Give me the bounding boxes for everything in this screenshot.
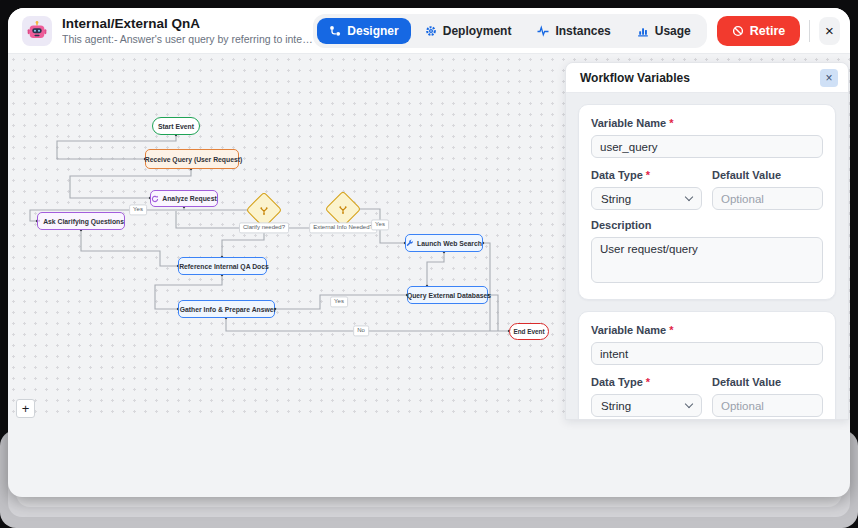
- node-ask-clarifying[interactable]: ? Ask Clarifying Questions: [37, 212, 125, 230]
- gateway-label-external: External Info Needed?: [309, 222, 377, 233]
- tab-label: Designer: [347, 24, 398, 38]
- node-launch-web-search[interactable]: Launch Web Search: [405, 234, 483, 252]
- tab-label: Instances: [555, 24, 610, 38]
- required-asterisk: *: [646, 169, 650, 181]
- tab-label: Usage: [655, 24, 691, 38]
- node-label: Ask Clarifying Questions: [43, 218, 124, 225]
- selected-type: String: [601, 400, 631, 412]
- zoom-in-button[interactable]: +: [16, 399, 35, 418]
- variable-name-input[interactable]: [591, 342, 823, 365]
- node-reference-internal-docs[interactable]: Reference Internal QA Docs: [178, 257, 267, 275]
- agent-description: This agent:- Answer's user query by refe…: [62, 33, 313, 45]
- designer-nodes-icon: [329, 25, 341, 37]
- data-type-label: Data Type *: [591, 376, 702, 388]
- content-area: Start Event Receive Query (User Request)…: [8, 54, 850, 497]
- panel-title: Workflow Variables: [580, 71, 690, 85]
- data-type-label: Data Type *: [591, 169, 702, 181]
- tab-label: Deployment: [443, 24, 512, 38]
- tab-usage[interactable]: Usage: [625, 18, 703, 44]
- node-label: Query External Databases: [407, 292, 491, 299]
- panel-close-button[interactable]: ×: [820, 69, 838, 87]
- tab-instances[interactable]: Instances: [525, 18, 622, 44]
- retire-button[interactable]: Retire: [717, 16, 800, 46]
- description-textarea[interactable]: User request/query: [591, 237, 823, 283]
- close-window-button[interactable]: ×: [819, 17, 840, 45]
- close-icon: ×: [825, 22, 834, 39]
- branch-icon: [260, 206, 269, 215]
- node-receive-query[interactable]: Receive Query (User Request): [145, 149, 239, 169]
- node-label: Receive Query (User Request): [145, 156, 242, 163]
- default-value-label: Default Value: [712, 169, 823, 181]
- robot-icon: [26, 20, 48, 42]
- agent-avatar: [22, 16, 52, 46]
- workflow-variables-panel: Workflow Variables × Variable Name *: [565, 62, 849, 420]
- plus-icon: +: [22, 401, 30, 416]
- edge-label-yes: Yes: [330, 296, 348, 307]
- bar-chart-icon: [637, 25, 649, 37]
- edge-label-yes: Yes: [129, 204, 147, 215]
- node-gather-info[interactable]: Gather Info & Prepare Answer: [178, 300, 275, 318]
- prohibit-icon: [732, 25, 744, 37]
- node-label: Gather Info & Prepare Answer: [180, 306, 276, 313]
- gear-icon: [425, 25, 437, 37]
- node-label: Reference Internal QA Docs: [179, 263, 269, 270]
- required-asterisk: *: [669, 324, 673, 336]
- node-analyze-request[interactable]: Analyze Request: [150, 190, 218, 207]
- wrench-icon: [406, 239, 414, 247]
- header-divider: [809, 20, 810, 42]
- svg-text:?: ?: [39, 220, 40, 221]
- tab-designer[interactable]: Designer: [317, 18, 410, 44]
- required-asterisk: *: [646, 376, 650, 388]
- tab-bar: Designer Deployment Instances: [313, 14, 706, 48]
- variable-card: Variable Name * Data Type * String: [578, 311, 836, 420]
- variable-name-label: Variable Name *: [591, 117, 823, 129]
- data-type-select[interactable]: String: [591, 187, 702, 210]
- chevron-down-icon: [685, 193, 693, 201]
- node-label: Launch Web Search: [417, 240, 482, 247]
- app-window: Internal/External QnA This agent:- Answe…: [8, 8, 850, 497]
- refresh-icon: [151, 195, 159, 203]
- variable-card: Variable Name * Data Type * String: [578, 104, 836, 300]
- node-end-event[interactable]: End Event: [509, 323, 549, 340]
- gateway-label-clarify: Clarify needed?: [239, 222, 289, 233]
- page-title: Internal/External QnA: [62, 16, 313, 33]
- edge-label-no: No: [353, 325, 369, 336]
- close-icon: ×: [825, 72, 832, 84]
- chevron-down-icon: [685, 400, 693, 408]
- required-asterisk: *: [669, 117, 673, 129]
- tab-deployment[interactable]: Deployment: [413, 18, 524, 44]
- node-label: Start Event: [158, 123, 194, 130]
- node-query-external-databases[interactable]: Query External Databases: [407, 286, 488, 304]
- selected-type: String: [601, 193, 631, 205]
- variable-name-label: Variable Name *: [591, 324, 823, 336]
- header: Internal/External QnA This agent:- Answe…: [8, 8, 850, 54]
- data-type-select[interactable]: String: [591, 394, 702, 417]
- description-label: Description: [591, 219, 823, 231]
- default-value-label: Default Value: [712, 376, 823, 388]
- default-value-input[interactable]: [712, 394, 823, 417]
- node-start-event[interactable]: Start Event: [152, 117, 200, 135]
- default-value-input[interactable]: [712, 187, 823, 210]
- variable-name-input[interactable]: [591, 135, 823, 158]
- question-icon: ?: [38, 217, 40, 225]
- panel-header: Workflow Variables ×: [566, 63, 848, 93]
- header-titles: Internal/External QnA This agent:- Answe…: [62, 16, 313, 45]
- panel-body: Variable Name * Data Type * String: [566, 93, 848, 420]
- retire-label: Retire: [750, 24, 785, 38]
- pulse-icon: [537, 25, 549, 37]
- node-label: Analyze Request: [162, 195, 216, 202]
- edge-label-yes: Yes: [371, 219, 389, 230]
- branch-icon: [339, 205, 348, 214]
- node-label: End Event: [513, 328, 544, 335]
